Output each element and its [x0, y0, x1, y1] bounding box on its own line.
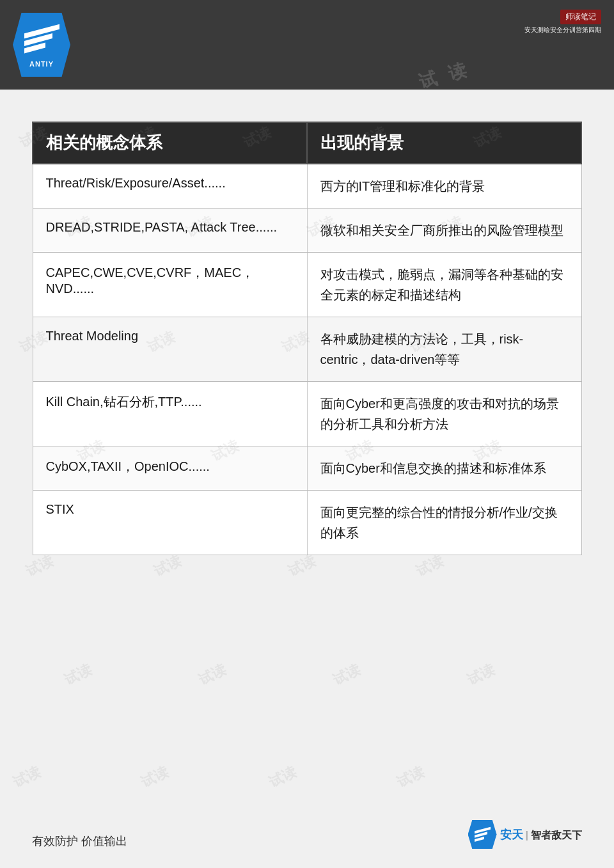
company-badge: 师读笔记 [560, 10, 601, 24]
logo: ANTIY [13, 13, 70, 77]
wm-26: 试读 [10, 762, 44, 792]
row-0-left: Threat/Risk/Exposure/Asset...... [33, 164, 307, 209]
company-subtitle: 安天测绘安全分训营第四期 [524, 26, 601, 35]
wm-29: 试读 [394, 762, 428, 792]
row-1-left: DREAD,STRIDE,PASTA, Attack Tree...... [33, 209, 307, 253]
table-row: Threat/Risk/Exposure/Asset......西方的IT管理和… [33, 164, 581, 209]
row-5-left: CybOX,TAXII，OpenIOC...... [33, 446, 307, 491]
footer-antiy: 安天 [500, 828, 523, 841]
table-row: DREAD,STRIDE,PASTA, Attack Tree......微软和… [33, 209, 581, 253]
row-2-right: 对攻击模式，脆弱点，漏洞等各种基础的安全元素的标定和描述结构 [307, 253, 581, 317]
row-1-right: 微软和相关安全厂商所推出的风险管理模型 [307, 209, 581, 253]
footer-right: 安天|智者敌天下 [468, 820, 582, 849]
table-row: CybOX,TAXII，OpenIOC......面向Cyber和信息交换的描述… [33, 446, 581, 491]
row-4-right: 面向Cyber和更高强度的攻击和对抗的场景的分析工具和分析方法 [307, 382, 581, 446]
footer-left-text: 有效防护 价值输出 [32, 833, 127, 849]
col1-header: 相关的概念体系 [33, 122, 307, 164]
row-4-left: Kill Chain,钻石分析,TTP...... [33, 382, 307, 446]
wm-28: 试读 [266, 762, 300, 792]
header-watermark: 试读 试读 试读 试读 试读 试读 试读 试读 试读 [84, 0, 518, 90]
wm-24: 试读 [330, 660, 364, 690]
footer-company-text: 安天|智者敌天下 [500, 827, 582, 842]
wm-27: 试读 [138, 762, 172, 792]
table-row: Kill Chain,钻石分析,TTP......面向Cyber和更高强度的攻击… [33, 382, 581, 446]
footer-tagline: 智者敌天下 [531, 830, 582, 840]
main-content: 相关的概念体系 出现的背景 Threat/Risk/Exposure/Asset… [0, 90, 614, 574]
footer: 有效防护 价值输出 安天|智者敌天下 [32, 820, 582, 849]
logo-stripes [24, 22, 59, 58]
footer-divider: | [526, 830, 528, 840]
row-2-left: CAPEC,CWE,CVE,CVRF，MAEC，NVD...... [33, 253, 307, 317]
wm-22: 试读 [61, 660, 95, 690]
header: ANTIY 试读 试读 试读 试读 试读 试读 试读 试读 试读 师读笔记 安天… [0, 0, 614, 90]
row-0-right: 西方的IT管理和标准化的背景 [307, 164, 581, 209]
row-6-right: 面向更完整的综合性的情报分析/作业/交换的体系 [307, 491, 581, 555]
row-3-left: Threat Modeling [33, 317, 307, 382]
header-watermarks: 试读 试读 试读 试读 试读 试读 试读 试读 试读 [70, 0, 518, 90]
table-row: Threat Modeling各种威胁建模的方法论，工具，risk-centri… [33, 317, 581, 382]
footer-logo-icon [468, 820, 497, 849]
table-header-row: 相关的概念体系 出现的背景 [33, 122, 581, 164]
logo-text: ANTIY [29, 60, 54, 68]
footer-logo-inner [475, 829, 491, 840]
table-row: CAPEC,CWE,CVE,CVRF，MAEC，NVD......对攻击模式，脆… [33, 253, 581, 317]
concept-table: 相关的概念体系 出现的背景 Threat/Risk/Exposure/Asset… [32, 122, 582, 555]
wm-25: 试读 [464, 660, 498, 690]
table-row: STIX面向更完整的综合性的情报分析/作业/交换的体系 [33, 491, 581, 555]
row-5-right: 面向Cyber和信息交换的描述和标准体系 [307, 446, 581, 491]
header-right-logo: 师读笔记 安天测绘安全分训营第四期 [524, 10, 601, 35]
col2-header: 出现的背景 [307, 122, 581, 164]
row-3-right: 各种威胁建模的方法论，工具，risk-centric，data-driven等等 [307, 317, 581, 382]
wm-23: 试读 [196, 660, 230, 690]
row-6-left: STIX [33, 491, 307, 555]
